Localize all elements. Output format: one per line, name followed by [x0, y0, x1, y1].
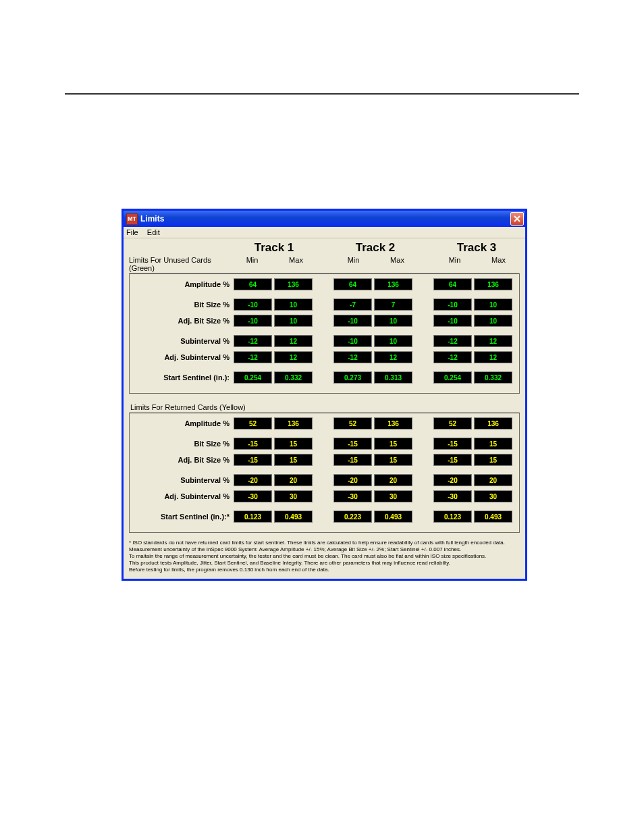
value-yellow-amp-t1-min[interactable]: 52 [234, 417, 272, 429]
value-yellow-abit-t3-max[interactable]: 15 [474, 454, 512, 466]
track2-header: Track 2 [331, 241, 419, 255]
value-yellow-ss-t2-max[interactable]: 0.493 [374, 511, 412, 523]
value-yellow-ss-t1-max[interactable]: 0.493 [274, 511, 313, 523]
value-green-amp-t2-max[interactable]: 136 [374, 278, 412, 290]
value-green-amp-t1-max[interactable]: 136 [274, 278, 313, 290]
value-green-bit-t1-max[interactable]: 10 [274, 298, 313, 311]
row-label-bit: Bit Size % [132, 440, 234, 448]
value-yellow-sub-t2-max[interactable]: 20 [374, 474, 412, 486]
param-row-sub: Subinterval %-2020-2020-2020 [132, 474, 516, 486]
value-green-bit-t3-max[interactable]: 10 [474, 298, 512, 311]
value-green-bit-t2-min[interactable]: -7 [333, 298, 372, 311]
param-row-ss: Start Sentinel (in.):0.2540.3320.2730.31… [132, 371, 516, 384]
value-green-sub-t3-min[interactable]: -12 [433, 335, 472, 347]
value-yellow-amp-t2-min[interactable]: 52 [333, 417, 372, 429]
value-yellow-ss-t1-min[interactable]: 0.123 [234, 511, 272, 523]
unused-cards-group: Amplitude %641366413664136Bit Size %-101… [129, 273, 520, 394]
app-icon: MT [126, 213, 138, 225]
value-green-amp-t3-min[interactable]: 64 [433, 278, 472, 290]
value-yellow-bit-t1-max[interactable]: 15 [274, 438, 313, 450]
value-green-abit-t1-min[interactable]: -10 [234, 315, 272, 327]
close-icon [514, 215, 520, 222]
value-yellow-bit-t2-max[interactable]: 15 [374, 438, 412, 450]
value-green-ss-t1-max[interactable]: 0.332 [274, 371, 313, 384]
value-green-sub-t3-max[interactable]: 12 [474, 335, 512, 347]
param-row-amp: Amplitude %521365213652136 [132, 417, 516, 429]
value-yellow-bit-t1-min[interactable]: -15 [234, 438, 272, 450]
value-yellow-abit-t2-max[interactable]: 15 [374, 454, 412, 466]
value-green-abit-t3-min[interactable]: -10 [433, 315, 472, 327]
menu-file[interactable]: File [126, 228, 138, 236]
value-green-asub-t1-min[interactable]: -12 [234, 351, 272, 363]
row-label-sub: Subinterval % [132, 476, 234, 484]
value-green-ss-t3-max[interactable]: 0.332 [474, 371, 512, 384]
value-yellow-asub-t1-min[interactable]: -30 [234, 490, 272, 502]
row-label-ss: Start Sentinel (in.): [132, 373, 234, 382]
value-yellow-amp-t2-max[interactable]: 136 [374, 417, 412, 429]
value-green-amp-t1-min[interactable]: 64 [234, 278, 272, 290]
value-yellow-bit-t3-max[interactable]: 15 [474, 438, 512, 450]
value-yellow-sub-t1-min[interactable]: -20 [234, 474, 272, 486]
value-yellow-bit-t3-min[interactable]: -15 [433, 438, 472, 450]
value-green-asub-t2-min[interactable]: -12 [333, 351, 372, 363]
param-row-bit: Bit Size %-1515-1515-1515 [132, 438, 516, 450]
value-yellow-amp-t3-min[interactable]: 52 [433, 417, 472, 429]
value-green-abit-t2-min[interactable]: -10 [333, 315, 372, 327]
value-yellow-ss-t3-max[interactable]: 0.493 [474, 511, 512, 523]
value-green-amp-t3-max[interactable]: 136 [474, 278, 512, 290]
value-yellow-abit-t1-min[interactable]: -15 [234, 454, 272, 466]
window-client: Track 1 Track 2 Track 3 Limits For Unuse… [124, 238, 525, 579]
value-green-abit-t3-max[interactable]: 10 [474, 315, 512, 327]
value-green-asub-t3-max[interactable]: 12 [474, 351, 512, 363]
menu-edit[interactable]: Edit [147, 228, 160, 236]
close-button[interactable] [510, 212, 524, 226]
value-green-amp-t2-min[interactable]: 64 [333, 278, 372, 290]
param-row-asub: Adj. Subinterval %-1212-1212-1212 [132, 351, 516, 363]
value-yellow-sub-t3-max[interactable]: 20 [474, 474, 512, 486]
track-headers: Track 1 Track 2 Track 3 [129, 241, 520, 255]
param-row-sub: Subinterval %-1212-1010-1212 [132, 335, 516, 347]
value-yellow-amp-t1-max[interactable]: 136 [274, 417, 313, 429]
value-green-abit-t2-max[interactable]: 10 [374, 315, 412, 327]
row-label-sub: Subinterval % [132, 337, 234, 345]
value-yellow-asub-t3-max[interactable]: 30 [474, 490, 512, 502]
value-green-asub-t3-min[interactable]: -12 [433, 351, 472, 363]
row-label-amp: Amplitude % [132, 280, 234, 288]
value-yellow-abit-t1-max[interactable]: 15 [274, 454, 313, 466]
value-green-asub-t2-max[interactable]: 12 [374, 351, 412, 363]
value-green-ss-t2-max[interactable]: 0.313 [374, 371, 412, 384]
value-yellow-sub-t2-min[interactable]: -20 [333, 474, 372, 486]
window-title: Limits [140, 214, 510, 224]
sub-headers: Limits For Unused Cards (Green) Min Max … [129, 256, 520, 272]
value-green-ss-t1-min[interactable]: 0.254 [234, 371, 272, 384]
value-green-abit-t1-max[interactable]: 10 [274, 315, 313, 327]
value-green-sub-t2-min[interactable]: -10 [333, 335, 372, 347]
value-yellow-abit-t3-min[interactable]: -15 [433, 454, 472, 466]
value-yellow-amp-t3-max[interactable]: 136 [474, 417, 512, 429]
value-green-bit-t3-min[interactable]: -10 [433, 298, 472, 311]
value-yellow-ss-t2-min[interactable]: 0.223 [333, 511, 372, 523]
value-green-bit-t2-max[interactable]: 7 [374, 298, 412, 311]
value-yellow-asub-t3-min[interactable]: -30 [433, 490, 472, 502]
value-yellow-asub-t1-max[interactable]: 30 [274, 490, 313, 502]
value-green-sub-t1-max[interactable]: 12 [274, 335, 313, 347]
value-green-asub-t1-max[interactable]: 12 [274, 351, 313, 363]
row-label-asub: Adj. Subinterval % [132, 353, 234, 361]
value-yellow-abit-t2-min[interactable]: -15 [333, 454, 372, 466]
returned-cards-group: Amplitude %521365213652136Bit Size %-151… [129, 413, 520, 533]
param-row-asub: Adj. Subinterval %-3030-3030-3030 [132, 490, 516, 502]
value-green-ss-t3-min[interactable]: 0.254 [433, 371, 472, 384]
row-label-amp: Amplitude % [132, 419, 234, 427]
value-yellow-sub-t3-min[interactable]: -20 [433, 474, 472, 486]
t1-max-label: Max [274, 256, 318, 272]
value-yellow-ss-t3-min[interactable]: 0.123 [433, 511, 472, 523]
t3-min-label: Min [433, 256, 477, 272]
value-green-ss-t2-min[interactable]: 0.273 [333, 371, 372, 384]
value-green-sub-t2-max[interactable]: 10 [374, 335, 412, 347]
value-yellow-sub-t1-max[interactable]: 20 [274, 474, 313, 486]
value-yellow-asub-t2-max[interactable]: 30 [374, 490, 412, 502]
value-green-bit-t1-min[interactable]: -10 [234, 298, 272, 311]
value-yellow-bit-t2-min[interactable]: -15 [333, 438, 372, 450]
value-green-sub-t1-min[interactable]: -12 [234, 335, 272, 347]
value-yellow-asub-t2-min[interactable]: -30 [333, 490, 372, 502]
